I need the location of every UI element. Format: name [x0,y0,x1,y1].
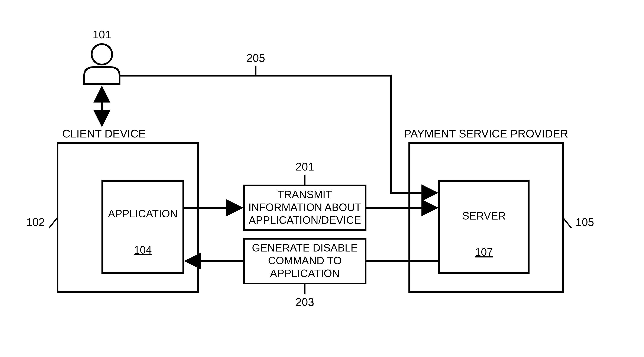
application-box [102,181,183,273]
server-label: SERVER [462,210,506,222]
psp-title: PAYMENT SERVICE PROVIDER [404,128,568,140]
svg-point-0 [92,44,112,64]
transmit-ref: 201 [296,160,314,173]
psp-ref-tick [563,218,571,228]
user-to-server-arrow [120,76,437,193]
client-device-ref: 102 [26,216,45,228]
application-ref: 104 [134,244,152,256]
client-device-ref-tick [49,218,58,228]
application-label: APPLICATION [108,208,178,220]
server-ref: 107 [475,246,493,258]
generate-line3: APPLICATION [270,268,340,280]
user-ref: 101 [93,28,111,41]
server-box [439,181,529,273]
generate-line2: COMMAND TO [268,255,342,267]
user-to-server-ref: 205 [247,52,265,64]
psp-ref: 105 [576,216,594,228]
transmit-line1: TRANSMIT [278,188,332,200]
generate-line1: GENERATE DISABLE [252,242,358,254]
transmit-line2: INFORMATION ABOUT [248,202,361,213]
client-device-title: CLIENT DEVICE [62,128,146,140]
user-icon [84,44,120,84]
generate-ref: 203 [296,296,314,308]
transmit-line3: APPLICATION/DEVICE [249,214,361,226]
